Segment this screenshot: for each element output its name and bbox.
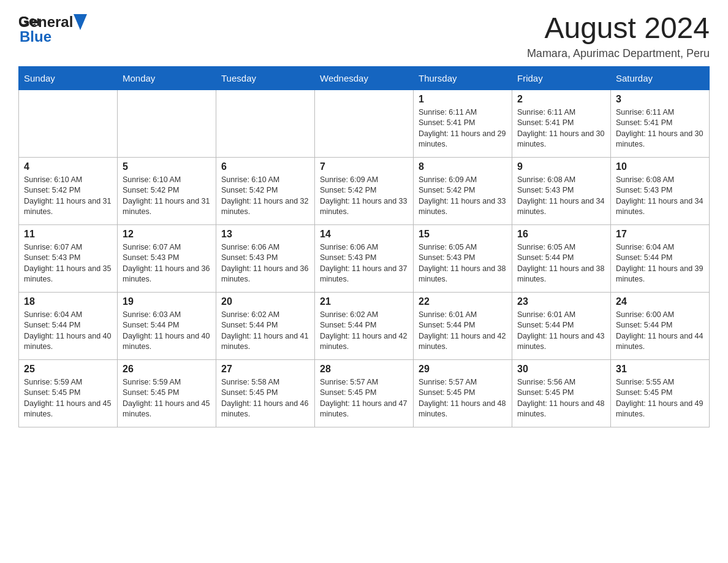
day-number: 3	[616, 94, 704, 105]
title-section: August 2024 Mamara, Apurimac Department,…	[527, 12, 710, 60]
day-info: Sunrise: 5:59 AMSunset: 5:45 PMDaylight:…	[24, 377, 112, 420]
cell-week4-day1: 18Sunrise: 6:04 AMSunset: 5:44 PMDayligh…	[19, 292, 118, 359]
day-info: Sunrise: 6:03 AMSunset: 5:44 PMDaylight:…	[123, 310, 211, 353]
day-info: Sunrise: 5:57 AMSunset: 5:45 PMDaylight:…	[419, 377, 507, 420]
day-info: Sunrise: 6:06 AMSunset: 5:43 PMDaylight:…	[320, 242, 408, 285]
cell-week5-day6: 30Sunrise: 5:56 AMSunset: 5:45 PMDayligh…	[512, 359, 611, 427]
calendar-table: Sunday Monday Tuesday Wednesday Thursday…	[18, 66, 710, 427]
week-row-3: 11Sunrise: 6:07 AMSunset: 5:43 PMDayligh…	[19, 224, 710, 292]
cell-week5-day5: 29Sunrise: 5:57 AMSunset: 5:45 PMDayligh…	[414, 359, 512, 427]
day-info: Sunrise: 6:02 AMSunset: 5:44 PMDaylight:…	[320, 310, 408, 353]
cell-week5-day7: 31Sunrise: 5:55 AMSunset: 5:45 PMDayligh…	[611, 359, 710, 427]
day-number: 17	[616, 229, 704, 240]
cell-week3-day4: 14Sunrise: 6:06 AMSunset: 5:43 PMDayligh…	[315, 224, 414, 292]
day-info: Sunrise: 5:59 AMSunset: 5:45 PMDaylight:…	[123, 377, 211, 420]
day-number: 18	[24, 296, 112, 307]
cell-week4-day3: 20Sunrise: 6:02 AMSunset: 5:44 PMDayligh…	[216, 292, 315, 359]
cell-week1-day1	[19, 90, 118, 157]
day-info: Sunrise: 6:04 AMSunset: 5:44 PMDaylight:…	[24, 310, 112, 353]
day-info: Sunrise: 6:10 AMSunset: 5:42 PMDaylight:…	[221, 175, 309, 218]
cell-week1-day6: 2Sunrise: 6:11 AMSunset: 5:41 PMDaylight…	[512, 90, 611, 157]
location-title: Mamara, Apurimac Department, Peru	[527, 47, 710, 60]
day-number: 21	[320, 296, 408, 307]
day-number: 8	[419, 161, 507, 172]
cell-week2-day6: 9Sunrise: 6:08 AMSunset: 5:43 PMDaylight…	[512, 157, 611, 224]
cell-week1-day7: 3Sunrise: 6:11 AMSunset: 5:41 PMDaylight…	[611, 90, 710, 157]
week-row-2: 4Sunrise: 6:10 AMSunset: 5:42 PMDaylight…	[19, 157, 710, 224]
header-sunday: Sunday	[19, 66, 118, 90]
day-info: Sunrise: 6:05 AMSunset: 5:43 PMDaylight:…	[419, 242, 507, 285]
day-number: 5	[123, 161, 211, 172]
cell-week3-day2: 12Sunrise: 6:07 AMSunset: 5:43 PMDayligh…	[118, 224, 216, 292]
cell-week3-day6: 16Sunrise: 6:05 AMSunset: 5:44 PMDayligh…	[512, 224, 611, 292]
day-info: Sunrise: 6:01 AMSunset: 5:44 PMDaylight:…	[419, 310, 507, 353]
week-row-4: 18Sunrise: 6:04 AMSunset: 5:44 PMDayligh…	[19, 292, 710, 359]
week-row-1: 1Sunrise: 6:11 AMSunset: 5:41 PMDaylight…	[19, 90, 710, 157]
cell-week3-day7: 17Sunrise: 6:04 AMSunset: 5:44 PMDayligh…	[611, 224, 710, 292]
day-number: 24	[616, 296, 704, 307]
day-number: 14	[320, 229, 408, 240]
day-number: 6	[221, 161, 309, 172]
day-info: Sunrise: 6:07 AMSunset: 5:43 PMDaylight:…	[24, 242, 112, 285]
header-wednesday: Wednesday	[315, 66, 414, 90]
day-number: 22	[419, 296, 507, 307]
cell-week5-day1: 25Sunrise: 5:59 AMSunset: 5:45 PMDayligh…	[19, 359, 118, 427]
cell-week1-day4	[315, 90, 414, 157]
cell-week2-day1: 4Sunrise: 6:10 AMSunset: 5:42 PMDaylight…	[19, 157, 118, 224]
header-tuesday: Tuesday	[216, 66, 315, 90]
day-number: 7	[320, 161, 408, 172]
day-info: Sunrise: 5:57 AMSunset: 5:45 PMDaylight:…	[320, 377, 408, 420]
cell-week4-day4: 21Sunrise: 6:02 AMSunset: 5:44 PMDayligh…	[315, 292, 414, 359]
day-info: Sunrise: 5:58 AMSunset: 5:45 PMDaylight:…	[221, 377, 309, 420]
day-number: 15	[419, 229, 507, 240]
day-number: 11	[24, 229, 112, 240]
day-info: Sunrise: 5:56 AMSunset: 5:45 PMDaylight:…	[517, 377, 605, 420]
day-number: 27	[221, 364, 309, 375]
day-info: Sunrise: 6:07 AMSunset: 5:43 PMDaylight:…	[123, 242, 211, 285]
page-header: General August 2024 Mamara, Apurimac Dep…	[18, 12, 710, 60]
day-info: Sunrise: 6:11 AMSunset: 5:41 PMDaylight:…	[616, 107, 704, 150]
cell-week2-day2: 5Sunrise: 6:10 AMSunset: 5:42 PMDaylight…	[118, 157, 216, 224]
day-number: 4	[24, 161, 112, 172]
cell-week2-day5: 8Sunrise: 6:09 AMSunset: 5:42 PMDaylight…	[414, 157, 512, 224]
cell-week4-day7: 24Sunrise: 6:00 AMSunset: 5:44 PMDayligh…	[611, 292, 710, 359]
day-number: 13	[221, 229, 309, 240]
day-info: Sunrise: 6:11 AMSunset: 5:41 PMDaylight:…	[419, 107, 507, 150]
day-info: Sunrise: 6:10 AMSunset: 5:42 PMDaylight:…	[123, 175, 211, 218]
day-number: 23	[517, 296, 605, 307]
day-info: Sunrise: 6:04 AMSunset: 5:44 PMDaylight:…	[616, 242, 704, 285]
day-number: 29	[419, 364, 507, 375]
day-number: 26	[123, 364, 211, 375]
cell-week2-day7: 10Sunrise: 6:08 AMSunset: 5:43 PMDayligh…	[611, 157, 710, 224]
calendar-header-row: Sunday Monday Tuesday Wednesday Thursday…	[19, 66, 710, 90]
day-number: 9	[517, 161, 605, 172]
header-friday: Friday	[512, 66, 611, 90]
day-info: Sunrise: 6:09 AMSunset: 5:42 PMDaylight:…	[320, 175, 408, 218]
cell-week4-day5: 22Sunrise: 6:01 AMSunset: 5:44 PMDayligh…	[414, 292, 512, 359]
day-info: Sunrise: 5:55 AMSunset: 5:45 PMDaylight:…	[616, 377, 704, 420]
cell-week1-day5: 1Sunrise: 6:11 AMSunset: 5:41 PMDaylight…	[414, 90, 512, 157]
logo-blue-text: Blue	[20, 28, 51, 45]
cell-week1-day2	[118, 90, 216, 157]
day-number: 31	[616, 364, 704, 375]
cell-week5-day2: 26Sunrise: 5:59 AMSunset: 5:45 PMDayligh…	[118, 359, 216, 427]
cell-week5-day3: 27Sunrise: 5:58 AMSunset: 5:45 PMDayligh…	[216, 359, 315, 427]
cell-week5-day4: 28Sunrise: 5:57 AMSunset: 5:45 PMDayligh…	[315, 359, 414, 427]
cell-week4-day2: 19Sunrise: 6:03 AMSunset: 5:44 PMDayligh…	[118, 292, 216, 359]
header-saturday: Saturday	[611, 66, 710, 90]
day-number: 19	[123, 296, 211, 307]
day-number: 10	[616, 161, 704, 172]
week-row-5: 25Sunrise: 5:59 AMSunset: 5:45 PMDayligh…	[19, 359, 710, 427]
day-info: Sunrise: 6:10 AMSunset: 5:42 PMDaylight:…	[24, 175, 112, 218]
day-info: Sunrise: 6:00 AMSunset: 5:44 PMDaylight:…	[616, 310, 704, 353]
month-title: August 2024	[527, 12, 710, 45]
day-info: Sunrise: 6:09 AMSunset: 5:42 PMDaylight:…	[419, 175, 507, 218]
logo-arrow-icon	[74, 14, 87, 30]
day-number: 2	[517, 94, 605, 105]
cell-week3-day1: 11Sunrise: 6:07 AMSunset: 5:43 PMDayligh…	[19, 224, 118, 292]
cell-week1-day3	[216, 90, 315, 157]
day-info: Sunrise: 6:01 AMSunset: 5:44 PMDaylight:…	[517, 310, 605, 353]
cell-week3-day3: 13Sunrise: 6:06 AMSunset: 5:43 PMDayligh…	[216, 224, 315, 292]
day-number: 16	[517, 229, 605, 240]
day-info: Sunrise: 6:06 AMSunset: 5:43 PMDaylight:…	[221, 242, 309, 285]
